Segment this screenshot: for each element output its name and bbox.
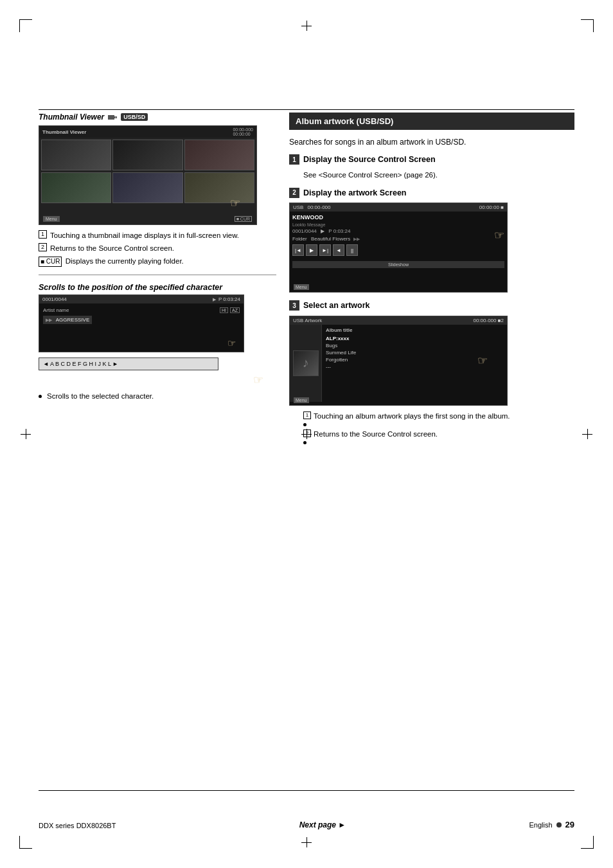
step-3-sub-2: 2 Returns to the Source Control screen. xyxy=(303,429,574,439)
right-column: Album artwork (USB/SD) Searches for song… xyxy=(289,113,574,452)
page-number: 29 xyxy=(565,820,574,829)
step-3-bullet-2 xyxy=(289,441,574,444)
step-3-sub-1-text: Touching an album artwork plays the firs… xyxy=(314,412,510,420)
uss-track-3: Summed Life xyxy=(326,349,503,356)
step-2-header: 2 Display the artwork Screen xyxy=(289,188,574,199)
usb-sd-badge: USB/SD xyxy=(121,113,148,121)
crosshair-bottom xyxy=(301,837,312,847)
uas-menu: Menu xyxy=(294,284,309,290)
scroll-section: Scrolls to the position of the specified… xyxy=(39,283,276,400)
next-page-label: Next page ► xyxy=(299,820,346,829)
ss-row-2: ▶▶ AGGRESSIVE xyxy=(43,314,240,325)
ss-tag-hi: HI xyxy=(220,307,228,313)
scroll-screen: 0001/0044 ▶ P 0:03:24 Artist name HI AZ xyxy=(39,294,244,352)
step-3-sub-2-num: 2 xyxy=(303,429,311,437)
right-section-header: Album artwork (USB/SD) xyxy=(289,113,574,130)
hand-pointer-tv: ☞ xyxy=(230,196,240,210)
step-3-header: 3 Select an artwork xyxy=(289,300,574,312)
step-1-desc: See <Source Control Screen> (page 26). xyxy=(289,170,574,180)
tv-thumb-6 xyxy=(184,172,254,203)
tv-thumb-1 xyxy=(41,140,111,170)
step-2-title: Display the artwork Screen xyxy=(303,188,406,199)
hand-pointer-uss: ☞ xyxy=(477,354,488,368)
tv-row-2 xyxy=(39,170,256,203)
crosshair-right xyxy=(582,429,592,439)
ss-track-info: 0001/0044 xyxy=(42,296,67,302)
page-info: Next page ► xyxy=(299,820,346,829)
corner-mark-br xyxy=(581,836,594,849)
crosshair-left xyxy=(21,429,31,439)
uas-btn-next: ►| xyxy=(319,244,331,256)
tv-thumb-3 xyxy=(184,140,254,170)
alpha-bar: ◄ A B C D E F G H I J K L ► xyxy=(39,357,218,370)
thumb-desc-list: 1 Touching a thumbnail image displays it… xyxy=(39,230,276,267)
cur-badge: ■ CUR xyxy=(39,257,62,267)
next-arrow: ► xyxy=(338,820,346,829)
tv-title: Thumbnail Viewer xyxy=(42,129,86,135)
uas-body: KENWOOD Lookto Message 0001/0044 ▶ P 0:0… xyxy=(290,212,507,258)
step-3-sub-1-num: 1 xyxy=(303,411,311,419)
usb-artwork-screen: USB 00:00-000 00:00:00 ■ KENWOOD Lookto … xyxy=(289,203,508,293)
thumb-viewer-title: Thumbnail Viewer xyxy=(39,113,104,122)
uss-body: ♪ Album title ALP:xxxx Bugs Summed Life … xyxy=(290,325,507,402)
left-divider xyxy=(39,275,276,275)
uas-controls: |◄ ▶ ►| ◄ || xyxy=(292,244,492,256)
uas-time-right: 00:00:00 ■ xyxy=(479,204,504,210)
crosshair-top xyxy=(301,21,312,31)
svg-rect-0 xyxy=(108,115,114,120)
uas-header: USB 00:00-000 00:00:00 ■ xyxy=(290,203,507,212)
step-3-num: 3 xyxy=(289,300,299,311)
thumb-desc-2-text: Returns to the Source Control screen. xyxy=(50,244,174,252)
ss-header: 0001/0044 ▶ P 0:03:24 xyxy=(39,295,244,303)
tv-menu-btn: Menu xyxy=(43,216,60,222)
uss-artwork-img: ♪ xyxy=(293,350,319,376)
tv-thumb-2 xyxy=(112,140,182,170)
usb-select-screen: USB Artwork 00:00-000 ■2 ♪ Album title A… xyxy=(289,316,508,406)
bullet-step3 xyxy=(303,423,306,426)
uss-track-1: ALP:xxxx xyxy=(326,335,503,342)
usb-icon xyxy=(108,113,117,121)
uas-slideshow: Slideshow xyxy=(292,261,504,268)
kenwood-brand: KENWOOD xyxy=(292,214,492,221)
bottom-bar: DDX series DDX8026BT Next page ► English… xyxy=(39,820,574,829)
uas-btn-prev: |◄ xyxy=(292,244,304,256)
tv-thumb-5 xyxy=(112,172,182,203)
uss-track-5: --- xyxy=(326,363,503,370)
corner-mark-tr xyxy=(581,19,594,32)
uas-subtitle: Lookto Message xyxy=(292,222,492,227)
album-artwork-title: Album artwork (USB/SD) xyxy=(296,116,393,126)
step-1-title: Display the Source Control Screen xyxy=(303,154,436,166)
uss-track-4: Forgotten xyxy=(326,356,503,363)
step-1-num: 1 xyxy=(289,154,299,165)
thumb-viewer-title-area: Thumbnail Viewer USB/SD xyxy=(39,113,276,122)
corner-mark-tl xyxy=(19,19,32,32)
thumb-viewer-screen: Thumbnail Viewer 00:00-00000:00:00 ☞ Men… xyxy=(39,125,257,225)
alpha-bar-text: ◄ A B C D E F G H I J K L ► xyxy=(43,361,118,367)
step-3-sub-2-text: Returns to the Source Control screen. xyxy=(314,430,438,438)
svg-point-2 xyxy=(115,117,116,118)
hand-area: ☞ xyxy=(39,373,276,387)
hand-pointer-alpha: ☞ xyxy=(253,373,263,387)
tv-top-bar: Thumbnail Viewer 00:00-00000:00:00 xyxy=(39,126,256,138)
right-intro-text: Searches for songs in an album artwork i… xyxy=(289,136,574,148)
uas-folder-name: Beautiful Flowers xyxy=(311,236,350,242)
thumb-desc-1: 1 Touching a thumbnail image displays it… xyxy=(39,230,276,240)
thumb-desc-cur: ■ CUR Displays the currently playing fol… xyxy=(39,256,276,267)
step-2-num: 2 xyxy=(289,188,299,198)
uas-btn-vol: ◄ xyxy=(333,244,344,256)
corner-mark-bl xyxy=(19,836,32,849)
uss-time: 00:00-000 ■2 xyxy=(473,318,504,323)
language-label: English xyxy=(529,821,552,829)
ss-tag-az: AZ xyxy=(230,307,240,313)
step-1: 1 Display the Source Control Screen See … xyxy=(289,154,574,180)
uss-track-list: ALP:xxxx Bugs Summed Life Forgotten --- xyxy=(326,335,503,370)
step-3-sub-list-2: 2 Returns to the Source Control screen. xyxy=(289,429,574,439)
lang-page: English 29 xyxy=(529,820,574,829)
uss-source: USB Artwork xyxy=(293,318,322,323)
ss-artist: Artist name xyxy=(43,307,69,313)
top-rule xyxy=(39,109,574,110)
uas-btn-extra: || xyxy=(346,244,358,256)
uas-folder-row: Folder Beautiful Flowers ▶▶ xyxy=(292,236,492,242)
scroll-desc-text: Scrolls to the selected character. xyxy=(47,392,154,400)
step-3-title: Select an artwork xyxy=(303,300,370,312)
